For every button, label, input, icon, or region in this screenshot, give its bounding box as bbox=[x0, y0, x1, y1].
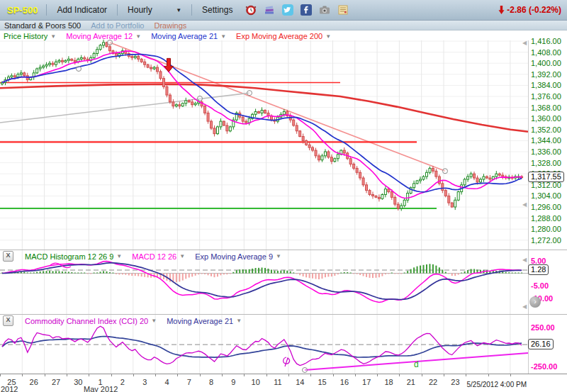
axis-tick bbox=[310, 374, 311, 376]
axis-tick bbox=[133, 374, 134, 376]
divider bbox=[117, 4, 118, 16]
drawing-handle bbox=[303, 368, 308, 373]
axis-tick bbox=[444, 374, 444, 376]
chevron-down-icon: ▼ bbox=[325, 33, 331, 40]
pane-splitter-icon[interactable]: ◀ bbox=[522, 201, 527, 208]
price-axis-label: 1,272.00 bbox=[531, 236, 561, 245]
notes-icon[interactable] bbox=[337, 4, 349, 16]
price-axis-label: 1,280.00 bbox=[531, 225, 561, 233]
price-axis-label: 1,296.00 bbox=[531, 203, 561, 211]
date-label: 22 bbox=[425, 378, 441, 386]
price-chart[interactable]: 1,416.001,408.001,400.001,392.001,384.00… bbox=[0, 30, 567, 250]
drawing-handle bbox=[198, 96, 203, 101]
drawing-handle bbox=[247, 91, 252, 96]
alarm-icon[interactable] bbox=[245, 4, 257, 16]
date-label: 9 bbox=[225, 378, 241, 386]
settings-button[interactable]: Settings bbox=[198, 4, 237, 16]
pane-splitter-icon[interactable]: ◀ bbox=[522, 40, 527, 46]
price-axis-label: 1,328.00 bbox=[531, 159, 561, 167]
price-axis-label: 1,360.00 bbox=[531, 114, 561, 123]
date-label: 10 bbox=[248, 378, 264, 386]
price-axis-label: 1,392.00 bbox=[531, 70, 561, 79]
close-icon[interactable]: X bbox=[3, 251, 13, 262]
time-axis[interactable]: 2012 May 2012 5/25/2012 4:00 PM 25262730… bbox=[0, 374, 567, 392]
date-label: 2 bbox=[115, 378, 130, 386]
toolbar: SP-500 Add Indicator Hourly ▼ Settings bbox=[0, 0, 567, 21]
macd-axis-label: -5.00 bbox=[531, 281, 549, 290]
chevron-down-icon: ▼ bbox=[236, 318, 242, 324]
axis-tick bbox=[333, 374, 334, 376]
cci-pane-legend: X Commodity Channel Index (CCI) 20▼ Movi… bbox=[3, 315, 242, 326]
divider bbox=[46, 4, 47, 16]
axis-tick bbox=[244, 374, 245, 376]
chevron-down-icon: ▼ bbox=[135, 33, 141, 40]
annotation-d: d bbox=[414, 359, 419, 369]
price-axis-label: 1,400.00 bbox=[531, 59, 561, 67]
last-price-badge: 1,317.55 bbox=[528, 172, 564, 182]
cci-axis-label: 250.00 bbox=[531, 323, 555, 332]
legend-cci-moving-average-21[interactable]: Moving Average 21▼ bbox=[167, 317, 242, 325]
date-label: 3 bbox=[137, 378, 152, 386]
change-value: -2.86 (-0.22%) bbox=[507, 5, 561, 15]
facebook-icon[interactable] bbox=[301, 4, 312, 16]
legend-macd[interactable]: MACD 12 26▼ bbox=[132, 252, 185, 261]
axis-tick bbox=[399, 374, 400, 376]
cci-axis-label: -250.00 bbox=[531, 362, 557, 371]
divider bbox=[191, 4, 192, 16]
axis-tick bbox=[222, 374, 223, 376]
legend-cci[interactable]: Commodity Channel Index (CCI) 20▼ bbox=[25, 317, 157, 325]
axis-tick bbox=[488, 374, 489, 376]
axis-tick bbox=[22, 374, 23, 376]
axis-tick bbox=[0, 374, 1, 376]
price-axis-label: 1,336.00 bbox=[531, 147, 561, 156]
axis-tick bbox=[45, 374, 45, 376]
legend-price-history[interactable]: Price History▼ bbox=[4, 32, 56, 40]
add-indicator-button[interactable]: Add Indicator bbox=[52, 4, 111, 16]
timestamp-label: 5/25/2012 4:00 PM bbox=[466, 381, 527, 388]
period-value: Hourly bbox=[128, 5, 152, 15]
price-axis-label: 1,368.00 bbox=[531, 103, 561, 112]
date-label: 26 bbox=[26, 378, 42, 386]
legend-macd-histogram[interactable]: MACD Histogram 12 26 9▼ bbox=[25, 252, 122, 261]
macd-pane-legend: X MACD Histogram 12 26 9▼ MACD 12 26▼ Ex… bbox=[3, 251, 281, 262]
twitter-icon[interactable] bbox=[282, 4, 293, 16]
scroll-right-button[interactable]: › bbox=[529, 296, 541, 308]
date-label: 30 bbox=[70, 378, 86, 386]
toolbar-icons bbox=[245, 4, 349, 16]
camera-icon[interactable] bbox=[319, 4, 330, 16]
chevron-down-icon: ▼ bbox=[151, 318, 157, 324]
legend-moving-average-21[interactable]: Moving Average 21▼ bbox=[151, 32, 226, 40]
close-icon[interactable]: X bbox=[3, 315, 13, 326]
price-axis-label: 1,408.00 bbox=[531, 48, 561, 57]
legend-exp-moving-average-9[interactable]: Exp Moving Average 9▼ bbox=[195, 252, 281, 261]
price-change: -2.86 (-0.22%) bbox=[498, 5, 563, 15]
axis-tick bbox=[355, 374, 356, 376]
date-label: 21 bbox=[403, 378, 419, 386]
date-label: 17 bbox=[359, 378, 374, 386]
period-dropdown[interactable]: Hourly ▼ bbox=[123, 4, 186, 16]
axis-tick bbox=[200, 374, 201, 376]
legend-moving-average-12[interactable]: Moving Average 12▼ bbox=[66, 32, 141, 40]
price-axis-label: 1,344.00 bbox=[531, 136, 561, 145]
date-label: 27 bbox=[48, 378, 64, 386]
price-axis-label: 1,304.00 bbox=[531, 191, 561, 200]
date-label: 15 bbox=[315, 378, 330, 386]
cci-value-badge: 26.16 bbox=[528, 339, 554, 349]
legend-exp-moving-average-200[interactable]: Exp Moving Average 200▼ bbox=[236, 32, 331, 40]
chevron-down-icon: ▼ bbox=[220, 33, 226, 40]
date-label: 11 bbox=[270, 378, 286, 386]
date-label: 18 bbox=[381, 378, 397, 386]
date-label: 16 bbox=[337, 378, 352, 386]
add-to-portfolio-link[interactable]: Add to Portfolio bbox=[91, 21, 144, 30]
drawings-link[interactable]: Drawings bbox=[154, 21, 186, 30]
axis-tick bbox=[377, 374, 378, 376]
price-axis-label: 1,376.00 bbox=[531, 92, 561, 101]
pane-splitter-icon[interactable]: ◀ bbox=[522, 257, 527, 263]
library-icon[interactable] bbox=[264, 4, 275, 16]
axis-tick bbox=[177, 374, 178, 376]
price-axis-label: 1,288.00 bbox=[531, 214, 561, 223]
date-label: 7 bbox=[181, 378, 197, 386]
pane-splitter-icon[interactable]: ◀ bbox=[522, 303, 527, 310]
security-bar: Standard & Poors 500 Add to Portfolio Dr… bbox=[0, 21, 567, 30]
chevron-down-icon: ▼ bbox=[179, 253, 185, 259]
